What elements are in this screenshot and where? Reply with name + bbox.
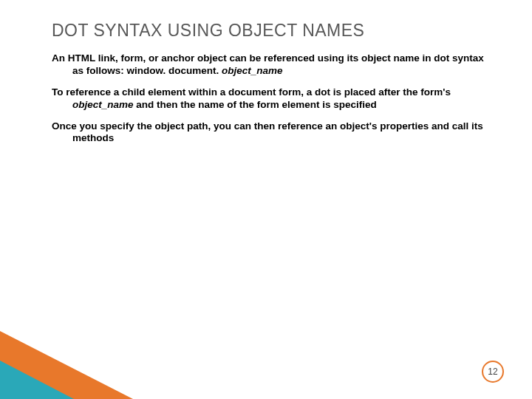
slide-footer: 12 xyxy=(0,331,532,399)
slide-body: An HTML link, form, or anchor object can… xyxy=(52,52,495,145)
decor-triangle-teal xyxy=(0,361,74,399)
paragraph-1: An HTML link, form, or anchor object can… xyxy=(52,52,495,78)
paragraph-3: Once you specify the object path, you ca… xyxy=(52,120,495,146)
page-number: 12 xyxy=(488,366,497,377)
slide-title: DOT SYNTAX USING OBJECT NAMES xyxy=(52,21,495,41)
paragraph-2: To reference a child element within a do… xyxy=(52,86,495,112)
page-number-badge: 12 xyxy=(482,361,504,383)
para2-italic: object_name xyxy=(72,99,134,110)
para2-text-c: and then the name of the form element is… xyxy=(134,99,377,110)
para2-text-a: To reference a child element within a do… xyxy=(52,86,451,98)
para3-text: Once you specify the object path, you ca… xyxy=(52,120,495,146)
slide: DOT SYNTAX USING OBJECT NAMES An HTML li… xyxy=(0,0,532,399)
para1-italic: object_name xyxy=(222,65,283,76)
